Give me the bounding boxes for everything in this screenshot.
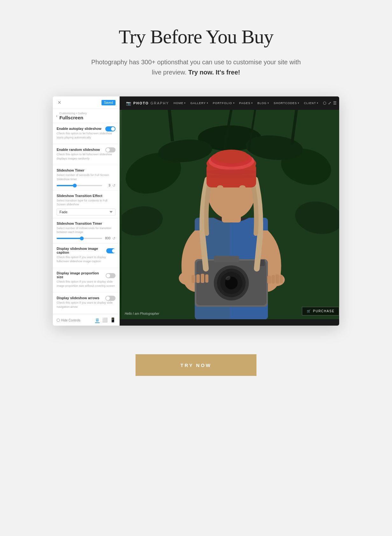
expand-icon[interactable]: ⤢ — [328, 101, 331, 106]
desktop-icon[interactable]: 🖥 — [95, 317, 100, 323]
menu-icon[interactable]: ☰ — [333, 101, 337, 106]
nav-item-gallery[interactable]: GALLERY ▾ — [190, 102, 208, 105]
customizer-nav[interactable]: ‹ Customizing • Gallery Fullscreen — [53, 109, 119, 123]
svg-point-33 — [214, 150, 249, 164]
option-caption-label: Display slideshow image caption — [57, 247, 106, 254]
hide-controls-label: Hide Controls — [61, 319, 80, 322]
svg-point-37 — [239, 185, 246, 190]
preview-navbar: 📷 PHOTOGRAPHY HOME ▾ GALLERY ▾ PORTFOLIO… — [120, 96, 339, 110]
device-icons-group: 🖥 ⬜ 📱 — [95, 317, 116, 323]
svg-point-36 — [217, 185, 223, 190]
purchase-button[interactable]: 🛒 PURCHASE — [302, 307, 339, 315]
nav-item-shortcodes[interactable]: SHORTCODES ▾ — [274, 102, 299, 105]
customizer-header: ✕ Saved — [53, 96, 119, 109]
cart-icon: 🛒 — [307, 309, 311, 313]
customizer-footer: Hide Controls 🖥 ⬜ 📱 — [53, 314, 119, 326]
option-timer-desc: Select number of seconds for Full Screen… — [57, 173, 116, 181]
timer-reset-icon[interactable]: ↺ — [112, 183, 116, 188]
saved-badge: Saved — [102, 100, 116, 105]
hero-figure-svg — [122, 110, 339, 319]
logo-graphy-text: GRAPHY — [150, 101, 169, 105]
option-transition-effect: Slideshow Transition Effect Select trans… — [53, 191, 119, 218]
transition-timer-value: 800 — [104, 236, 110, 240]
transition-timer-reset-icon[interactable]: ↺ — [112, 236, 116, 241]
option-arrows: Display slideshow arrows Check this opti… — [53, 293, 119, 314]
svg-rect-41 — [205, 274, 208, 283]
close-icon[interactable]: ✕ — [57, 100, 62, 105]
nav-breadcrumb: Customizing • Gallery — [60, 112, 87, 115]
svg-rect-39 — [196, 274, 200, 283]
nav-current-page: Fullscreen — [60, 115, 87, 120]
toggle-random[interactable] — [105, 147, 116, 152]
preview-hero: Hello I am Photographer 🛒 PURCHASE — [120, 110, 339, 319]
svg-rect-44 — [276, 274, 279, 284]
option-autoplay-desc: Check this option to let fullscreen slid… — [57, 131, 116, 139]
option-transition-effect-desc: Select transition type for contents in F… — [57, 199, 116, 207]
option-transition-timer-label: Slideshow Transition Timer — [57, 222, 116, 225]
option-proportion: Display image proportion size Check this… — [53, 268, 119, 293]
nav-item-home[interactable]: HOME ▾ — [173, 102, 186, 105]
svg-point-35 — [206, 174, 256, 178]
page-subtitle: Photography has 300+ optionsthat you can… — [91, 57, 301, 77]
camera-icon: 📷 — [126, 101, 132, 106]
customizer-panel: ✕ Saved ‹ Customizing • Gallery Fullscre… — [53, 96, 120, 326]
hero-caption: Hello I am Photographer — [125, 312, 159, 315]
hero-background — [120, 110, 339, 319]
transition-timer-track[interactable] — [57, 238, 102, 239]
nav-item-blog[interactable]: BLOG ▾ — [257, 102, 269, 105]
timer-slider-value: 9 — [104, 184, 110, 187]
option-caption-desc: Check this option if you want to display… — [57, 255, 116, 263]
preview-panel: 📷 PHOTOGRAPHY HOME ▾ GALLERY ▾ PORTFOLIO… — [120, 96, 339, 326]
option-proportion-label: Display image proportion size — [57, 271, 106, 279]
nav-item-portfolio[interactable]: PORTFOLIO ▾ — [213, 102, 235, 105]
option-proportion-desc: Check this option if you want to display… — [57, 280, 116, 288]
svg-rect-38 — [192, 275, 195, 283]
nav-icons-group: ⬡ ⤢ ☰ — [323, 101, 337, 106]
hide-controls-button[interactable]: Hide Controls — [57, 319, 80, 322]
option-random-label: Enable random slideshow — [57, 148, 100, 152]
try-now-button[interactable]: TRY NOW — [136, 354, 256, 376]
purchase-label: PURCHASE — [313, 309, 335, 313]
screenshot-preview: ✕ Saved ‹ Customizing • Gallery Fullscre… — [53, 96, 339, 326]
option-transition-timer: Slideshow Transition Timer Select number… — [53, 218, 119, 243]
toggle-arrows[interactable] — [105, 296, 116, 301]
option-transition-effect-label: Slideshow Transition Effect — [57, 194, 116, 198]
toggle-autoplay[interactable] — [105, 126, 116, 131]
logo-photo-text: PHOTO — [133, 101, 149, 105]
option-transition-timer-desc: Select number of milliseconds for transi… — [57, 226, 116, 234]
option-autoplay: Enable autoplay slideshow Check this opt… — [53, 123, 119, 144]
share-icon[interactable]: ⬡ — [323, 101, 326, 106]
customizer-options: Enable autoplay slideshow Check this opt… — [53, 123, 119, 314]
svg-rect-45 — [280, 275, 283, 283]
transition-effect-select[interactable]: Fade Slide None — [57, 208, 116, 215]
option-autoplay-label: Enable autoplay slideshow — [57, 127, 102, 130]
option-random: Enable random slideshow Check this optio… — [53, 144, 119, 165]
toggle-caption[interactable] — [106, 248, 116, 253]
option-arrows-desc: Check this option if you want to display… — [57, 301, 116, 309]
back-arrow-icon[interactable]: ‹ — [56, 113, 58, 118]
toggle-proportion[interactable] — [106, 273, 116, 278]
hide-controls-dot-icon — [57, 319, 60, 322]
nav-item-pages[interactable]: PAGES ▾ — [239, 102, 253, 105]
page-title: Try Before You Buy — [119, 25, 273, 48]
option-timer: Slideshow Timer Select number of seconds… — [53, 165, 119, 190]
option-timer-label: Slideshow Timer — [57, 168, 116, 172]
nav-item-client[interactable]: CLIENT ▾ — [304, 102, 318, 105]
svg-rect-40 — [201, 274, 204, 283]
option-random-desc: Check this option to let fullscreen slid… — [57, 152, 116, 160]
option-arrows-label: Display slideshow arrows — [57, 296, 100, 300]
svg-rect-43 — [271, 275, 275, 284]
mobile-icon[interactable]: 📱 — [110, 317, 116, 323]
option-caption: Display slideshow image caption Check th… — [53, 243, 119, 268]
preview-logo: 📷 PHOTOGRAPHY — [126, 101, 169, 106]
svg-rect-24 — [214, 256, 239, 262]
timer-slider-track[interactable] — [57, 185, 102, 186]
svg-point-34 — [206, 169, 256, 174]
svg-rect-42 — [267, 276, 271, 284]
tablet-icon[interactable]: ⬜ — [102, 317, 108, 323]
preview-nav-items: HOME ▾ GALLERY ▾ PORTFOLIO ▾ PAGES ▾ BLO… — [173, 101, 337, 106]
